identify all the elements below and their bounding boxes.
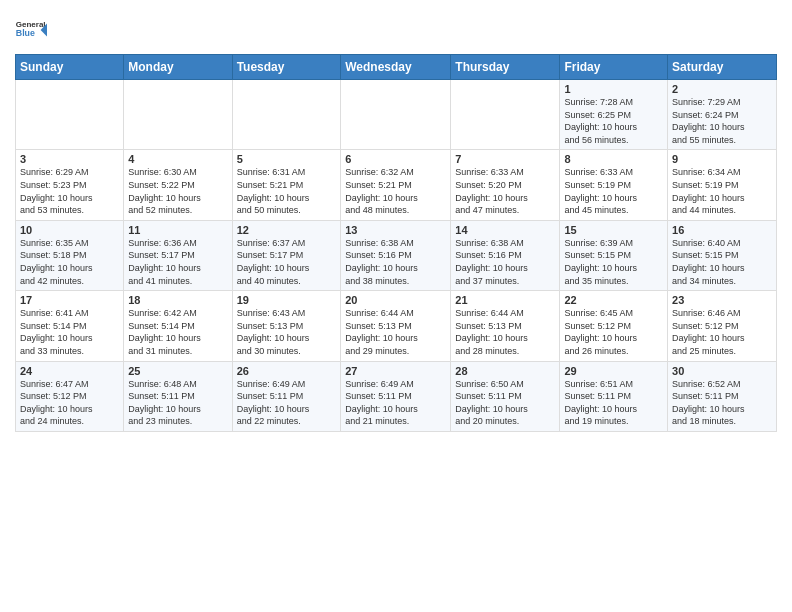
day-cell: [232, 80, 341, 150]
day-cell: [16, 80, 124, 150]
day-cell: 25Sunrise: 6:48 AM Sunset: 5:11 PM Dayli…: [124, 361, 232, 431]
day-info: Sunrise: 6:31 AM Sunset: 5:21 PM Dayligh…: [237, 166, 337, 216]
day-info: Sunrise: 6:34 AM Sunset: 5:19 PM Dayligh…: [672, 166, 772, 216]
day-number: 23: [672, 294, 772, 306]
day-info: Sunrise: 6:47 AM Sunset: 5:12 PM Dayligh…: [20, 378, 119, 428]
weekday-header-saturday: Saturday: [668, 55, 777, 80]
day-number: 9: [672, 153, 772, 165]
svg-text:Blue: Blue: [16, 28, 35, 38]
day-cell: 2Sunrise: 7:29 AM Sunset: 6:24 PM Daylig…: [668, 80, 777, 150]
day-cell: 9Sunrise: 6:34 AM Sunset: 5:19 PM Daylig…: [668, 150, 777, 220]
day-number: 4: [128, 153, 227, 165]
day-number: 12: [237, 224, 337, 236]
day-cell: 23Sunrise: 6:46 AM Sunset: 5:12 PM Dayli…: [668, 291, 777, 361]
day-number: 29: [564, 365, 663, 377]
day-number: 8: [564, 153, 663, 165]
weekday-header-sunday: Sunday: [16, 55, 124, 80]
day-cell: 8Sunrise: 6:33 AM Sunset: 5:19 PM Daylig…: [560, 150, 668, 220]
day-info: Sunrise: 6:43 AM Sunset: 5:13 PM Dayligh…: [237, 307, 337, 357]
day-cell: 15Sunrise: 6:39 AM Sunset: 5:15 PM Dayli…: [560, 220, 668, 290]
day-cell: 5Sunrise: 6:31 AM Sunset: 5:21 PM Daylig…: [232, 150, 341, 220]
day-number: 25: [128, 365, 227, 377]
day-cell: 20Sunrise: 6:44 AM Sunset: 5:13 PM Dayli…: [341, 291, 451, 361]
day-cell: [341, 80, 451, 150]
day-number: 17: [20, 294, 119, 306]
day-info: Sunrise: 6:38 AM Sunset: 5:16 PM Dayligh…: [345, 237, 446, 287]
day-info: Sunrise: 6:33 AM Sunset: 5:19 PM Dayligh…: [564, 166, 663, 216]
week-row-1: 1Sunrise: 7:28 AM Sunset: 6:25 PM Daylig…: [16, 80, 777, 150]
day-number: 16: [672, 224, 772, 236]
weekday-header-monday: Monday: [124, 55, 232, 80]
day-info: Sunrise: 6:51 AM Sunset: 5:11 PM Dayligh…: [564, 378, 663, 428]
day-info: Sunrise: 6:52 AM Sunset: 5:11 PM Dayligh…: [672, 378, 772, 428]
day-cell: 17Sunrise: 6:41 AM Sunset: 5:14 PM Dayli…: [16, 291, 124, 361]
calendar: SundayMondayTuesdayWednesdayThursdayFrid…: [15, 54, 777, 432]
day-info: Sunrise: 6:29 AM Sunset: 5:23 PM Dayligh…: [20, 166, 119, 216]
day-info: Sunrise: 7:29 AM Sunset: 6:24 PM Dayligh…: [672, 96, 772, 146]
day-number: 27: [345, 365, 446, 377]
day-cell: 16Sunrise: 6:40 AM Sunset: 5:15 PM Dayli…: [668, 220, 777, 290]
week-row-5: 24Sunrise: 6:47 AM Sunset: 5:12 PM Dayli…: [16, 361, 777, 431]
day-cell: 22Sunrise: 6:45 AM Sunset: 5:12 PM Dayli…: [560, 291, 668, 361]
page: GeneralBlue SundayMondayTuesdayWednesday…: [0, 0, 792, 447]
day-number: 10: [20, 224, 119, 236]
day-cell: [124, 80, 232, 150]
day-cell: 29Sunrise: 6:51 AM Sunset: 5:11 PM Dayli…: [560, 361, 668, 431]
day-info: Sunrise: 6:48 AM Sunset: 5:11 PM Dayligh…: [128, 378, 227, 428]
day-number: 1: [564, 83, 663, 95]
day-info: Sunrise: 6:33 AM Sunset: 5:20 PM Dayligh…: [455, 166, 555, 216]
day-number: 5: [237, 153, 337, 165]
day-info: Sunrise: 6:49 AM Sunset: 5:11 PM Dayligh…: [237, 378, 337, 428]
day-cell: 26Sunrise: 6:49 AM Sunset: 5:11 PM Dayli…: [232, 361, 341, 431]
day-number: 28: [455, 365, 555, 377]
day-info: Sunrise: 6:50 AM Sunset: 5:11 PM Dayligh…: [455, 378, 555, 428]
day-number: 2: [672, 83, 772, 95]
day-cell: 18Sunrise: 6:42 AM Sunset: 5:14 PM Dayli…: [124, 291, 232, 361]
weekday-header-friday: Friday: [560, 55, 668, 80]
weekday-header-row: SundayMondayTuesdayWednesdayThursdayFrid…: [16, 55, 777, 80]
day-number: 11: [128, 224, 227, 236]
day-cell: 3Sunrise: 6:29 AM Sunset: 5:23 PM Daylig…: [16, 150, 124, 220]
day-number: 6: [345, 153, 446, 165]
day-number: 13: [345, 224, 446, 236]
day-cell: 30Sunrise: 6:52 AM Sunset: 5:11 PM Dayli…: [668, 361, 777, 431]
day-number: 3: [20, 153, 119, 165]
day-info: Sunrise: 6:46 AM Sunset: 5:12 PM Dayligh…: [672, 307, 772, 357]
day-number: 30: [672, 365, 772, 377]
week-row-4: 17Sunrise: 6:41 AM Sunset: 5:14 PM Dayli…: [16, 291, 777, 361]
svg-text:General: General: [16, 20, 46, 29]
week-row-2: 3Sunrise: 6:29 AM Sunset: 5:23 PM Daylig…: [16, 150, 777, 220]
day-cell: 27Sunrise: 6:49 AM Sunset: 5:11 PM Dayli…: [341, 361, 451, 431]
day-info: Sunrise: 6:42 AM Sunset: 5:14 PM Dayligh…: [128, 307, 227, 357]
day-number: 20: [345, 294, 446, 306]
day-number: 22: [564, 294, 663, 306]
day-info: Sunrise: 6:37 AM Sunset: 5:17 PM Dayligh…: [237, 237, 337, 287]
day-number: 14: [455, 224, 555, 236]
day-number: 18: [128, 294, 227, 306]
logo: GeneralBlue: [15, 14, 49, 46]
day-info: Sunrise: 6:41 AM Sunset: 5:14 PM Dayligh…: [20, 307, 119, 357]
day-info: Sunrise: 6:35 AM Sunset: 5:18 PM Dayligh…: [20, 237, 119, 287]
weekday-header-thursday: Thursday: [451, 55, 560, 80]
day-cell: 19Sunrise: 6:43 AM Sunset: 5:13 PM Dayli…: [232, 291, 341, 361]
day-number: 15: [564, 224, 663, 236]
day-info: Sunrise: 6:44 AM Sunset: 5:13 PM Dayligh…: [345, 307, 446, 357]
header: GeneralBlue: [15, 10, 777, 46]
day-cell: 11Sunrise: 6:36 AM Sunset: 5:17 PM Dayli…: [124, 220, 232, 290]
day-cell: 7Sunrise: 6:33 AM Sunset: 5:20 PM Daylig…: [451, 150, 560, 220]
day-number: 24: [20, 365, 119, 377]
day-cell: [451, 80, 560, 150]
day-cell: 6Sunrise: 6:32 AM Sunset: 5:21 PM Daylig…: [341, 150, 451, 220]
day-info: Sunrise: 6:40 AM Sunset: 5:15 PM Dayligh…: [672, 237, 772, 287]
day-number: 19: [237, 294, 337, 306]
logo-icon: GeneralBlue: [15, 14, 47, 46]
day-cell: 21Sunrise: 6:44 AM Sunset: 5:13 PM Dayli…: [451, 291, 560, 361]
day-info: Sunrise: 6:32 AM Sunset: 5:21 PM Dayligh…: [345, 166, 446, 216]
day-cell: 4Sunrise: 6:30 AM Sunset: 5:22 PM Daylig…: [124, 150, 232, 220]
week-row-3: 10Sunrise: 6:35 AM Sunset: 5:18 PM Dayli…: [16, 220, 777, 290]
day-cell: 12Sunrise: 6:37 AM Sunset: 5:17 PM Dayli…: [232, 220, 341, 290]
day-info: Sunrise: 6:39 AM Sunset: 5:15 PM Dayligh…: [564, 237, 663, 287]
day-cell: 28Sunrise: 6:50 AM Sunset: 5:11 PM Dayli…: [451, 361, 560, 431]
weekday-header-wednesday: Wednesday: [341, 55, 451, 80]
day-cell: 14Sunrise: 6:38 AM Sunset: 5:16 PM Dayli…: [451, 220, 560, 290]
